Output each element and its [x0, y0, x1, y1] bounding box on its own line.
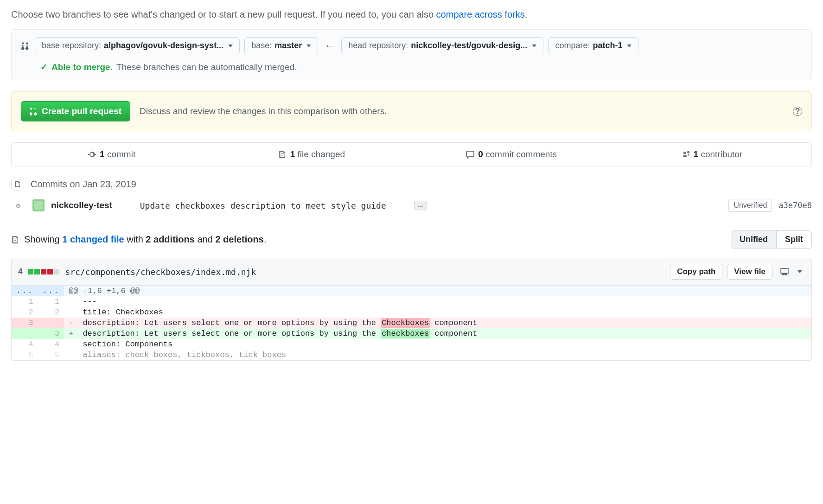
timeline-dot-icon	[16, 204, 20, 208]
base-repo-selector[interactable]: base repository: alphagov/govuk-design-s…	[35, 37, 240, 54]
diffstat-blocks	[28, 269, 59, 274]
unified-view-button[interactable]: Unified	[731, 231, 777, 248]
commit-sha-link[interactable]: a3e70e8	[778, 201, 812, 210]
chevron-down-icon[interactable]	[797, 270, 802, 273]
avatar[interactable]	[32, 199, 45, 211]
file-header: 4 src/components/checkboxes/index.md.njk…	[12, 258, 811, 286]
arrow-left-icon: ←	[323, 40, 337, 52]
diff-line: 55aliases: check boxes, tickboxes, tick …	[12, 350, 811, 360]
commit-author-link[interactable]: nickcolley-test	[51, 200, 112, 211]
merge-status: ✓ Able to merge. These branches can be a…	[21, 62, 802, 72]
compare-box: base repository: alphagov/govuk-design-s…	[11, 29, 812, 80]
people-icon	[681, 150, 690, 159]
diff-line: 22title: Checkboxes	[12, 307, 811, 318]
diff-line: 11---	[12, 296, 811, 307]
stat-contributors[interactable]: 1 contributor	[612, 143, 811, 166]
split-view-button[interactable]: Split	[777, 231, 811, 248]
pr-discuss-text: Discuss and review the changes in this c…	[140, 106, 784, 116]
stats-row: 1 commit 1 file changed 0 commit comment…	[11, 142, 812, 166]
changed-file-link[interactable]: 1 changed file	[62, 234, 124, 244]
stat-comments[interactable]: 0 commit comments	[412, 143, 612, 166]
file-path[interactable]: src/components/checkboxes/index.md.njk	[65, 267, 256, 277]
diff-line-addition: 3+description: Let users select one or m…	[12, 328, 811, 339]
chevron-down-icon	[532, 45, 536, 47]
device-desktop-icon[interactable]	[780, 268, 789, 276]
chevron-down-icon	[306, 45, 311, 47]
diff-view-toggle: Unified Split	[731, 230, 812, 249]
head-repo-selector[interactable]: head repository: nickcolley-test/govuk-d…	[341, 37, 543, 54]
help-icon[interactable]: ?	[793, 107, 802, 116]
verification-badge[interactable]: Unverified	[728, 199, 772, 212]
commit-message[interactable]: Update checkboxes description to meet st…	[119, 201, 408, 211]
stat-commits[interactable]: 1 commit	[12, 143, 211, 166]
create-pull-request-button[interactable]: Create pull request	[21, 101, 130, 121]
compare-branch-selector[interactable]: compare: patch-1	[548, 37, 638, 54]
commit-more-button[interactable]: …	[414, 201, 427, 210]
diffstat-count: 4	[18, 267, 22, 276]
diff-line-deletion: 3-description: Let users select one or m…	[12, 318, 811, 328]
view-file-button[interactable]: View file	[727, 264, 772, 280]
copy-path-button[interactable]: Copy path	[670, 264, 722, 280]
file-block: 4 src/components/checkboxes/index.md.njk…	[11, 258, 812, 361]
check-icon: ✓	[40, 62, 48, 72]
chevron-down-icon	[228, 45, 233, 47]
git-pull-request-icon	[30, 107, 38, 115]
comment-icon	[466, 150, 474, 159]
commits-section: Commits on Jan 23, 2019 nickcolley-test …	[11, 178, 812, 212]
commit-row: nickcolley-test Update checkboxes descri…	[11, 199, 812, 212]
file-diff-icon	[278, 150, 287, 159]
repo-push-icon	[11, 178, 24, 191]
stat-files[interactable]: 1 file changed	[211, 143, 411, 166]
files-summary-text: Showing 1 changed file with 2 additions …	[11, 234, 266, 245]
file-diff-icon	[11, 236, 19, 244]
compare-across-forks-link[interactable]: compare across forks	[436, 9, 525, 19]
compare-icon	[21, 41, 30, 51]
commits-date-header: Commits on Jan 23, 2019	[11, 178, 812, 191]
create-pr-box: Create pull request Discuss and review t…	[11, 91, 812, 131]
hunk-header: ......@@ -1,6 +1,6 @@	[12, 286, 811, 296]
chevron-down-icon	[627, 45, 632, 47]
diff-table: ......@@ -1,6 +1,6 @@ 11--- 22title: Che…	[12, 286, 811, 360]
base-branch-selector[interactable]: base: master	[244, 37, 318, 54]
files-header: Showing 1 changed file with 2 additions …	[11, 230, 812, 249]
intro-text: Choose two branches to see what's change…	[11, 9, 812, 20]
diff-line: 44section: Components	[12, 339, 811, 350]
commit-icon	[88, 150, 96, 159]
